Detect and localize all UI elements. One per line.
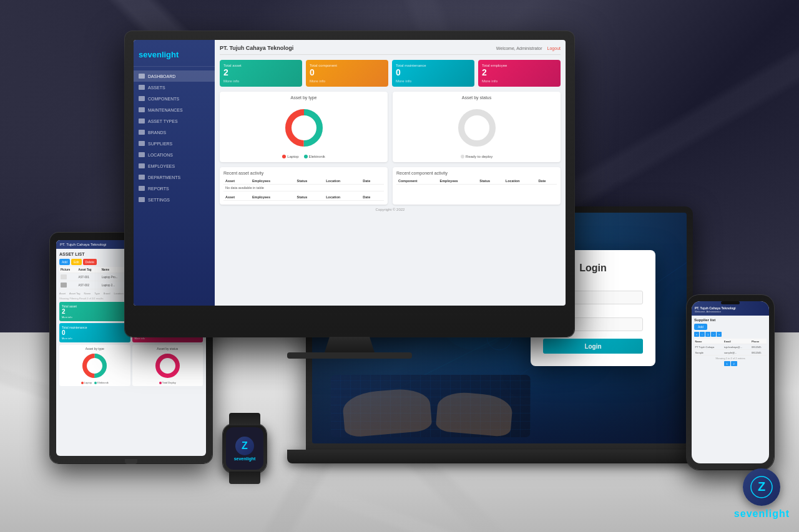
settings-icon (139, 197, 145, 202)
monitor-screen: sevenlight DASHBOARD ASSETS COMPONENTS (134, 40, 566, 306)
brand-icon-svg: Z (750, 476, 773, 498)
components-icon (139, 96, 145, 101)
phone: PT. Tujuh Cahaya Teknologi Welcome, Admi… (687, 295, 774, 470)
smartwatch: Z sevenlight (223, 424, 267, 473)
phone-screen: PT. Tujuh Cahaya Teknologi Welcome, Admi… (692, 301, 769, 463)
sidebar: sevenlight DASHBOARD ASSETS COMPONENTS (134, 40, 215, 306)
brand-logo-text: sevenlight (734, 508, 790, 520)
departments-icon (139, 175, 145, 180)
laptop-base (287, 450, 712, 463)
tablet-stat-maintenance: Total maintenance 0 More info (59, 323, 130, 342)
asset-activity-table: Asset Employees Status Location Date No … (223, 178, 384, 191)
watch-outer: Z sevenlight (223, 424, 267, 473)
stat-card-asset: Total asset 2 More info (220, 60, 302, 87)
sidebar-item-assets[interactable]: ASSETS (134, 82, 215, 93)
svg-point-14 (89, 360, 101, 372)
svg-text:Z: Z (758, 480, 765, 493)
asset-table-footer: Asset Employees Status Location Date (223, 194, 384, 201)
donut-type (223, 103, 384, 153)
svg-point-16 (161, 360, 174, 372)
dash-header: PT. Tujuh Cahaya Teknologi Welcome, Admi… (220, 45, 561, 55)
phone-notch (721, 301, 740, 304)
keyboard-area (331, 375, 531, 437)
sidebar-item-asset-types[interactable]: ASSET TYPES (134, 115, 215, 127)
stat-card-employee: Total employee 2 More info (478, 60, 561, 87)
user-info: Welcome, Administrator Logout (496, 46, 561, 51)
chart-by-status: Asset by status Ready to deploy (393, 92, 561, 162)
svg-point-5 (466, 117, 488, 139)
logo-prefix: seven (139, 50, 162, 59)
phone-add-btn[interactable]: Add (694, 324, 707, 330)
tables-row: Recent asset activity Asset Employees St… (220, 167, 561, 205)
dashboard-icon (139, 74, 145, 79)
dash-footer: Copyright © 2022 (220, 205, 561, 215)
tablet-legend-status: Total Deploy (134, 381, 202, 384)
tablet-add-btn[interactable]: Add (59, 259, 70, 265)
sidebar-item-brands[interactable]: BRANDS (134, 127, 215, 138)
suppliers-icon (139, 141, 145, 146)
watch-logo: Z sevenlight (234, 437, 256, 461)
tablet-legend-type: Laptop Elektronik (61, 381, 129, 384)
phone-page-title: Supplier list (694, 318, 767, 322)
monitor: sevenlight DASHBOARD ASSETS COMPONENTS (125, 31, 574, 359)
chart-status-legend: Ready to deploy (396, 155, 557, 158)
sidebar-item-reports[interactable]: REPORTS (134, 183, 215, 194)
phone-footer: Showing 1 to 2 of 2 entries 1 2 (694, 355, 767, 367)
chart-by-type: Asset by type Laptop (220, 92, 388, 162)
welcome-text: Welcome, Administrator (496, 46, 542, 51)
phone-pagination-bottom: 1 2 (695, 361, 765, 366)
sidebar-item-departments[interactable]: DEPARTMENTS (134, 172, 215, 183)
stat-cards: Total asset 2 More info Total component … (220, 60, 561, 87)
sidebar-item-dashboard[interactable]: DASHBOARD (134, 70, 215, 82)
table-row: PT Tujuh Cahaya tujuhcahaya@... 0812345 (694, 344, 767, 350)
table-row: Sample sample@... 0812345 (694, 350, 767, 355)
logo-suffix: light (162, 50, 179, 59)
tablet-donut-type (61, 352, 129, 380)
watch-band-top (229, 413, 260, 425)
sidebar-item-settings[interactable]: SETTINGS (134, 194, 215, 205)
monitor-stand-neck (325, 337, 375, 352)
charts-row: Asset by type Laptop (220, 92, 561, 162)
tablet-edit-btn[interactable]: Edit (71, 259, 82, 265)
stat-card-maintenance: Total maintenance 0 More info (392, 60, 474, 87)
recent-component-table: Recent component activity Component Empl… (393, 167, 561, 205)
donut-status (396, 103, 557, 153)
brand-logo: Z sevenlight (734, 468, 790, 520)
phone-dashboard: PT. Tujuh Cahaya Teknologi Welcome, Admi… (692, 301, 769, 463)
employees-icon (139, 163, 145, 168)
logout-link[interactable]: Logout (547, 46, 561, 51)
locations-icon (139, 152, 145, 157)
monitor-outer: sevenlight DASHBOARD ASSETS COMPONENTS (125, 31, 574, 337)
dashboard-layout: sevenlight DASHBOARD ASSETS COMPONENTS (134, 40, 566, 306)
sidebar-item-maintenances[interactable]: MAINTENANCES (134, 104, 215, 115)
main-content: PT. Tujuh Cahaya Teknologi Welcome, Admi… (215, 40, 566, 306)
tablet-delete-btn[interactable]: Delete (83, 259, 97, 265)
sidebar-item-employees[interactable]: EMPLOYEES (134, 160, 215, 172)
sidebar-item-locations[interactable]: LOCATIONS (134, 149, 215, 160)
brands-icon (139, 130, 145, 135)
tablet-stat-asset: Total asset 2 More info (59, 302, 130, 321)
assets-icon (139, 85, 145, 90)
phone-outer: PT. Tujuh Cahaya Teknologi Welcome, Admi… (687, 295, 774, 470)
company-name: PT. Tujuh Cahaya Teknologi (220, 45, 293, 51)
stat-card-component: Total component 0 More info (306, 60, 388, 87)
phone-body: Supplier list Add « ‹ 1 › » Name (692, 316, 769, 463)
brand-logo-icon: Z (743, 468, 780, 506)
maintenances-icon (139, 107, 145, 112)
svg-point-3 (293, 117, 315, 139)
recent-asset-table: Recent asset activity Asset Employees St… (220, 167, 388, 205)
watch-logo-icon: Z (235, 437, 254, 455)
logo-text: sevenlight (139, 50, 179, 59)
sidebar-item-components[interactable]: COMPONENTS (134, 93, 215, 104)
watch-screen: Z sevenlight (226, 427, 263, 470)
watch-band-bottom (229, 472, 260, 484)
tablet-home-button[interactable] (125, 459, 137, 464)
component-activity-table: Component Employees Status Location Date (396, 178, 557, 185)
tablet-chart-type: Asset by type Laptop (59, 345, 130, 386)
reports-icon (139, 186, 145, 191)
asset-types-icon (139, 118, 145, 123)
phone-pagination: « ‹ 1 › » (694, 332, 767, 337)
phone-supplier-table: Name Email Phone PT Tujuh Cahaya tujuhca… (694, 339, 767, 355)
watch-logo-text: sevenlight (234, 457, 256, 461)
sidebar-item-suppliers[interactable]: SUPPLIERS (134, 138, 215, 149)
